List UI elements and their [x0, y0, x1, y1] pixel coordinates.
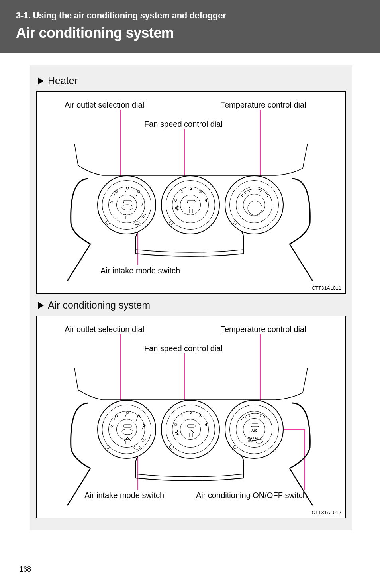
heater-section-label: Heater — [38, 75, 346, 87]
page-header: 3-1. Using the air conditioning system a… — [0, 0, 380, 53]
fan-center-icons-2 — [162, 401, 221, 460]
svg-rect-22 — [123, 425, 131, 427]
temp-arc — [225, 176, 284, 235]
svg-point-23 — [177, 430, 178, 432]
fan-speed-dial: 0 1 2 3 4 — [161, 175, 220, 234]
svg-line-11 — [249, 190, 250, 192]
temperature-dial-2: A/C MAX A/C USE — [225, 400, 284, 459]
air-outlet-dial — [97, 175, 156, 234]
svg-point-19 — [126, 411, 129, 414]
svg-rect-4 — [123, 200, 131, 203]
svg-point-17 — [248, 201, 262, 215]
fan-speed-dial-2: 0 1 2 3 4 — [161, 400, 220, 459]
svg-line-34 — [267, 420, 268, 421]
svg-point-6 — [175, 207, 177, 209]
svg-point-24 — [175, 432, 177, 433]
air-outlet-dial-2 — [97, 400, 156, 459]
svg-point-7 — [177, 209, 178, 210]
svg-line-15 — [264, 192, 265, 194]
mode-icons-2 — [98, 401, 157, 460]
svg-point-2 — [137, 190, 140, 193]
svg-point-1 — [126, 187, 129, 189]
ac-use-label: USE — [248, 440, 253, 442]
svg-rect-26 — [187, 425, 195, 427]
svg-line-16 — [267, 195, 268, 197]
svg-line-9 — [241, 195, 243, 197]
svg-point-5 — [177, 206, 178, 207]
triangle-bullet-icon — [38, 302, 44, 309]
svg-point-25 — [177, 433, 178, 435]
ac-figure: Air outlet selection dial Temperature co… — [36, 316, 346, 518]
figure-code-ac: CTT31AL012 — [312, 510, 341, 515]
page-number: 168 — [19, 565, 31, 574]
heater-figure: Air outlet selection dial Temperature co… — [36, 91, 346, 294]
svg-line-14 — [260, 190, 261, 192]
figure-code-heater: CTT31AL011 — [312, 285, 341, 291]
ac-button-label: A/C — [251, 429, 258, 433]
temperature-dial — [225, 175, 284, 234]
triangle-bullet-icon — [38, 77, 44, 85]
ac-section-label: Air conditioning system — [38, 299, 346, 311]
header-section-number: 3-1. Using the air conditioning system a… — [16, 10, 364, 21]
svg-line-29 — [249, 414, 250, 417]
svg-rect-35 — [251, 424, 259, 427]
svg-point-0 — [115, 190, 118, 193]
svg-line-10 — [245, 192, 246, 194]
svg-point-21 — [143, 424, 145, 427]
svg-point-18 — [115, 415, 118, 417]
svg-line-33 — [264, 417, 265, 419]
svg-rect-8 — [187, 200, 195, 203]
svg-line-32 — [260, 414, 261, 417]
fan-center-icons — [162, 176, 221, 235]
svg-point-20 — [137, 415, 140, 417]
svg-line-28 — [245, 417, 246, 419]
content-area: Heater Air outlet selection dial Tempera… — [30, 65, 352, 530]
heater-label-text: Heater — [48, 75, 78, 87]
svg-line-27 — [241, 420, 243, 421]
header-title: Air conditioning system — [16, 25, 364, 41]
recirculation-icon — [254, 438, 266, 444]
svg-point-3 — [143, 200, 145, 202]
ac-label-text: Air conditioning system — [48, 299, 150, 311]
mode-icons — [98, 176, 157, 235]
